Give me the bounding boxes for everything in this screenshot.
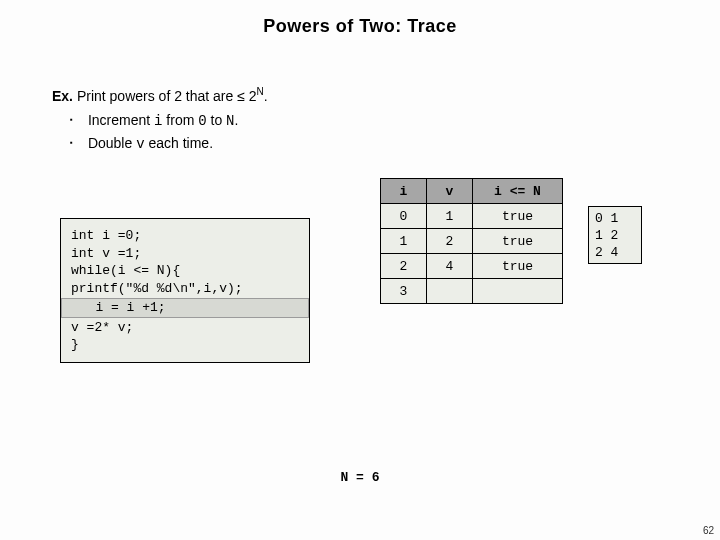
code-l5-highlight: i = i +1;: [61, 298, 309, 318]
slide: Powers of Two: Trace Ex. Print powers of…: [0, 0, 720, 540]
code-l2: int v =1;: [71, 246, 141, 261]
bullet-1: Increment i from 0 to N.: [70, 109, 268, 132]
cell-c: true: [473, 254, 563, 279]
code-l6: v =2* v;: [71, 320, 133, 335]
cell-v: [427, 279, 473, 304]
ex-line: Ex. Print powers of 2 that are ≤ 2N.: [52, 84, 268, 107]
ex-label: Ex.: [52, 88, 73, 104]
ex-exp: N: [257, 86, 264, 97]
b1-zero: 0: [198, 113, 206, 129]
b1-to: to: [207, 112, 226, 128]
page-title: Powers of Two: Trace: [0, 16, 720, 37]
trace-table: i v i <= N 0 1 true 1 2 true 2 4 true: [380, 178, 563, 304]
table-row: 3: [381, 279, 563, 304]
cell-v: 1: [427, 204, 473, 229]
b1-pre: Increment: [88, 112, 154, 128]
trace-header-row: i v i <= N: [381, 179, 563, 204]
bullet-list: Increment i from 0 to N. Double v each t…: [70, 109, 268, 156]
cell-i: 2: [381, 254, 427, 279]
code-box: int i =0; int v =1; while(i <= N){ print…: [60, 218, 310, 363]
cell-v: 4: [427, 254, 473, 279]
cell-c: true: [473, 229, 563, 254]
ex-le: ≤: [237, 88, 245, 104]
th-cmp: i <= N: [473, 179, 563, 204]
cell-c: [473, 279, 563, 304]
trace-head: i v i <= N: [381, 179, 563, 204]
cell-c: true: [473, 204, 563, 229]
code-listing: int i =0; int v =1; while(i <= N){ print…: [61, 219, 309, 362]
ex-base: 2: [245, 88, 257, 104]
th-i: i: [381, 179, 427, 204]
table-row: 2 4 true: [381, 254, 563, 279]
code-l4: printf("%d %d\n",i,v);: [71, 281, 243, 296]
table-row: 0 1 true: [381, 204, 563, 229]
b1-post: .: [235, 112, 239, 128]
code-l3: while(i <= N){: [71, 263, 180, 278]
cell-i: 0: [381, 204, 427, 229]
cell-v: 2: [427, 229, 473, 254]
page-number: 62: [703, 525, 714, 536]
b1-N: N: [226, 113, 234, 129]
output-box: 0 1 1 2 2 4: [588, 206, 642, 264]
code-l7: }: [71, 337, 79, 352]
b1-mid: from: [162, 112, 198, 128]
trace-body: 0 1 true 1 2 true 2 4 true 3: [381, 204, 563, 304]
b2-post: each time.: [145, 135, 213, 151]
table-row: 1 2 true: [381, 229, 563, 254]
cell-i: 3: [381, 279, 427, 304]
code-l1: int i =0;: [71, 228, 141, 243]
th-v: v: [427, 179, 473, 204]
b2-var: v: [136, 136, 144, 152]
bullet-2: Double v each time.: [70, 132, 268, 155]
ex-text-pre: Print powers of 2 that are: [73, 88, 237, 104]
n-footer: N = 6: [0, 470, 720, 485]
b2-pre: Double: [88, 135, 136, 151]
body-text: Ex. Print powers of 2 that are ≤ 2N. Inc…: [52, 84, 268, 156]
ex-post: .: [264, 88, 268, 104]
cell-i: 1: [381, 229, 427, 254]
